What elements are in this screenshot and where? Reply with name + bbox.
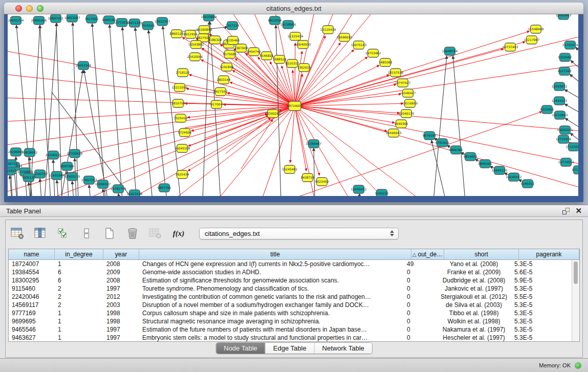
graph-edge[interactable]: [203, 21, 209, 196]
graph-node-label: 8845106: [478, 162, 492, 165]
graph-edge[interactable]: [103, 106, 295, 196]
graph-edge[interactable]: [73, 23, 78, 196]
graph-node-label: 11325419: [288, 34, 303, 38]
graph-edge[interactable]: [8, 97, 295, 106]
tab-network-table[interactable]: Network Table: [315, 343, 372, 354]
graph-edge[interactable]: [295, 106, 578, 133]
graph-edge[interactable]: [576, 47, 578, 61]
graph-edge[interactable]: [72, 181, 74, 196]
memory-status-indicator[interactable]: [575, 362, 581, 369]
select-all-icon[interactable]: [56, 226, 71, 240]
graph-edge[interactable]: [290, 106, 295, 163]
delete-table-icon[interactable]: [125, 226, 140, 240]
graph-edge[interactable]: [57, 180, 58, 196]
graph-edge[interactable]: [295, 106, 387, 132]
table-select-dropdown[interactable]: citations_edges.txt: [199, 228, 399, 239]
table-row[interactable]: 2242004622012Investigating the contribut…: [9, 293, 572, 301]
table-tabs: Node TableEdge TableNetwork Table: [215, 342, 373, 354]
table-row[interactable]: 946362711997Embryonic stem cells: a mode…: [9, 334, 572, 341]
graph-edge[interactable]: [45, 23, 57, 196]
graph-edge[interactable]: [110, 25, 122, 196]
graph-edge[interactable]: [235, 58, 295, 106]
graph-edge[interactable]: [295, 61, 578, 106]
graph-node-label: 9146821: [260, 54, 274, 57]
graph-edge[interactable]: [433, 56, 447, 196]
table-row[interactable]: 1456911722003Disruption of a novel membe…: [9, 301, 572, 309]
column-header-in_degree[interactable]: in_degree: [55, 249, 103, 259]
delete-column-icon: [148, 226, 163, 240]
table-toolbar: f(x) citations_edges.txt: [10, 223, 578, 244]
table-cell: 2012: [103, 293, 139, 301]
column-header-out_de[interactable]: △out_de…: [411, 249, 444, 259]
graph-node-label: 8813054: [268, 18, 282, 22]
table-row[interactable]: 969969511998Structural magnetic resonanc…: [9, 317, 572, 325]
tab-edge-table[interactable]: Edge Table: [266, 343, 315, 354]
graph-edge[interactable]: [232, 70, 295, 106]
graph-edge[interactable]: [453, 56, 465, 196]
graph-edge[interactable]: [189, 75, 295, 106]
vertical-scrollbar[interactable]: [572, 260, 579, 341]
column-header-title[interactable]: title: [139, 249, 411, 259]
graph-edge[interactable]: [89, 185, 91, 196]
graph-node-label: 8175685: [223, 52, 237, 56]
table-row[interactable]: 1872400712008Changes of HCN gene express…: [9, 260, 572, 268]
citation-network-graph[interactable]: 8860123891295422260858982750881863281654…: [8, 14, 578, 196]
column-header-name[interactable]: name: [9, 249, 55, 259]
table-row[interactable]: 1938455462009Genome-wide association stu…: [9, 268, 572, 276]
network-window-titlebar[interactable]: citations_edges.txt: [4, 3, 583, 14]
graph-node-label: 8454749: [247, 50, 261, 53]
table-row[interactable]: 1830029562008Estimation of significance …: [9, 276, 572, 285]
graph-edge[interactable]: [56, 23, 62, 196]
graph-node-label: 8215955: [540, 107, 554, 111]
graph-edge[interactable]: [359, 193, 360, 196]
graph-edge[interactable]: [118, 193, 120, 196]
graph-edge[interactable]: [570, 74, 578, 88]
table-cell: Stergiakouli et al. (2012): [437, 293, 511, 301]
graph-edge[interactable]: [256, 106, 295, 196]
table-cell: 1998: [103, 317, 139, 325]
close-panel-icon[interactable]: ✕: [575, 206, 582, 215]
graph-node-label: 11548498: [528, 27, 544, 31]
new-table-icon[interactable]: [102, 226, 117, 240]
column-header-pagerank[interactable]: pagerank: [519, 249, 579, 259]
tab-node-table[interactable]: Node Table: [216, 343, 266, 354]
graph-edge[interactable]: [29, 182, 30, 196]
table-cell: 19384554: [9, 268, 55, 276]
row-selection-icon[interactable]: [79, 226, 94, 240]
show-columns-icon[interactable]: [33, 226, 48, 240]
graph-node-label: 16945120: [492, 168, 508, 172]
table-row[interactable]: 911546021997Tourette syndrome. Phenomeno…: [9, 285, 572, 293]
graph-node-label: 1527602: [85, 17, 99, 20]
graph-node-label: 9857791: [158, 186, 171, 189]
graph-edge[interactable]: [314, 148, 315, 196]
table-cell: Genome-wide association studies in ADHD.: [139, 268, 404, 276]
scrollbar-thumb[interactable]: [574, 261, 578, 284]
table-row[interactable]: 946554611997Estimation of the future num…: [9, 325, 572, 334]
table-cell: 0: [404, 293, 437, 301]
graph-edge[interactable]: [295, 49, 504, 106]
function-builder-icon[interactable]: f(x): [171, 226, 186, 240]
graph-edge[interactable]: [295, 106, 578, 169]
graph-node-label: 11156869: [17, 170, 33, 173]
graph-node-label: 16543862: [188, 42, 204, 46]
graph-edge[interactable]: [103, 189, 104, 196]
graph-edge[interactable]: [295, 106, 400, 113]
table-cell: 5.3E-5: [511, 309, 572, 317]
table-cell: Corpus callosum shape and size in male p…: [139, 309, 404, 317]
graph-edge[interactable]: [571, 60, 578, 75]
graph-edge[interactable]: [92, 24, 105, 196]
graph-node-label: 16774033: [558, 160, 574, 164]
table-cell: 6: [55, 268, 103, 276]
table-options-icon[interactable]: [10, 226, 25, 240]
graph-node-label: 8912954: [184, 32, 198, 36]
column-header-short[interactable]: short: [444, 249, 519, 259]
graph-edge[interactable]: [295, 43, 295, 106]
graph-edge[interactable]: [8, 72, 295, 106]
graph-node-label: 15922357: [155, 19, 170, 23]
graph-edge[interactable]: [295, 106, 400, 196]
float-panel-icon[interactable]: [562, 208, 570, 214]
graph-edge[interactable]: [295, 14, 387, 106]
network-canvas[interactable]: 8860123891295422260858982750881863281654…: [8, 14, 578, 196]
column-header-year[interactable]: year: [103, 249, 139, 259]
table-row[interactable]: 977716911998Corpus callosum shape and si…: [9, 309, 572, 317]
